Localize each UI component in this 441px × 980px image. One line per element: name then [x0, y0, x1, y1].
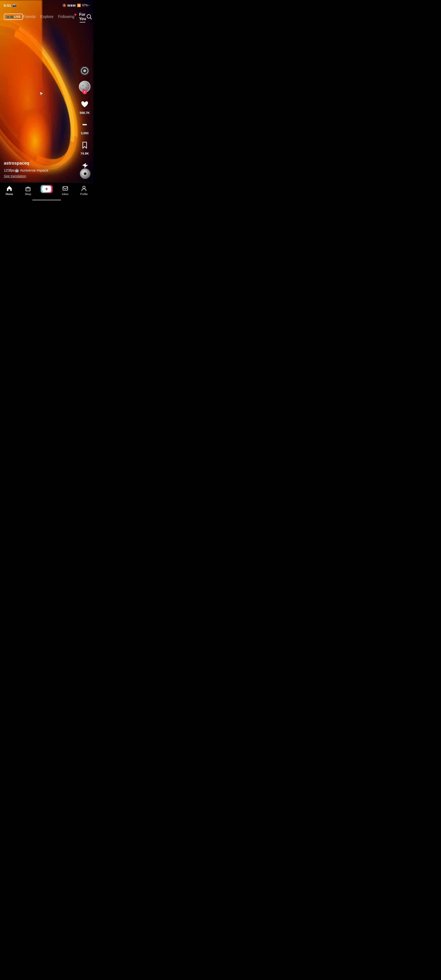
username[interactable]: astrospaceq [4, 161, 74, 166]
create-button[interactable]: + [41, 185, 52, 193]
inbox-label: Inbox [62, 192, 69, 196]
bottom-nav: Home Shop + Inbox [0, 182, 93, 202]
nav-profile[interactable]: Profile [77, 185, 91, 196]
right-actions: + 508.7K 3,593 74.9K [79, 65, 90, 176]
music-disc[interactable] [80, 169, 90, 179]
disc-center [84, 172, 87, 175]
plus-icon: + [45, 186, 48, 192]
bookmark-count: 74.9K [81, 152, 89, 155]
comment-icon [79, 119, 90, 130]
svg-rect-10 [26, 188, 30, 191]
svg-rect-12 [63, 187, 68, 190]
bookmark-action: 74.9K [79, 139, 90, 155]
wifi-icon: 📶 [77, 3, 81, 7]
see-translation-button[interactable]: See translation [4, 174, 74, 178]
bookmark-icon [79, 140, 90, 150]
home-icon [6, 185, 13, 192]
inbox-icon [62, 185, 69, 192]
captions-icon [79, 65, 90, 76]
home-label: Home [6, 192, 13, 196]
nav-create[interactable]: + [40, 185, 54, 193]
user-avatar-action: + [79, 81, 90, 94]
shop-label: Shop [25, 192, 31, 196]
like-action: 508.7K [79, 99, 90, 115]
status-icons: 🔕 ▮▮▮▮▮ 📶 87% ● [62, 3, 89, 7]
shop-icon [25, 185, 31, 192]
camera-indicator: 📷 [13, 3, 16, 7]
comment-count: 3,593 [81, 131, 89, 135]
svg-point-8 [86, 124, 87, 126]
battery-green-dot: ● [88, 4, 89, 6]
tab-foryou[interactable]: For You [79, 13, 86, 21]
nav-inbox[interactable]: Inbox [58, 185, 73, 196]
user-info: astrospaceq 123fps🤖 #universe #space See… [4, 161, 74, 178]
comment-action: 3,593 [79, 119, 90, 135]
nav-tabs: Friends Explore Following For You [23, 13, 86, 21]
live-button[interactable]: 📺 LIVE [4, 14, 23, 20]
video-caption: 123fps🤖 #universe #space [4, 168, 74, 173]
avatar-container: + [79, 81, 90, 94]
like-button[interactable] [79, 99, 90, 110]
plus-btn-inner: + [42, 186, 51, 192]
live-icon: 📺 [10, 15, 13, 18]
svg-point-13 [83, 186, 85, 189]
tab-following[interactable]: Following [58, 14, 75, 19]
top-nav: 📺 LIVE Friends Explore Following For You [0, 11, 93, 23]
nav-shop[interactable]: Shop [21, 185, 35, 196]
status-bar: 6:51 📷 🔕 ▮▮▮▮▮ 📶 87% ● [0, 0, 93, 11]
svg-point-7 [84, 124, 86, 126]
search-button[interactable] [86, 14, 92, 20]
captions-button[interactable] [79, 65, 90, 76]
signal-icon: ▮▮▮▮▮ [67, 4, 76, 7]
bookmark-button[interactable] [79, 139, 90, 151]
mute-icon: 🔕 [62, 3, 66, 7]
svg-point-9 [82, 124, 84, 126]
crater-2 [86, 87, 87, 88]
comment-button[interactable] [79, 119, 90, 130]
following-notification-dot [75, 14, 76, 16]
profile-label: Profile [80, 192, 87, 196]
like-count: 508.7K [79, 111, 90, 115]
home-indicator [32, 200, 61, 200]
svg-point-5 [84, 70, 85, 71]
live-label: LIVE [14, 15, 21, 18]
crater-1 [82, 84, 84, 86]
profile-icon [81, 185, 87, 192]
tab-friends[interactable]: Friends [23, 14, 36, 19]
captions-action [79, 65, 90, 76]
tab-explore[interactable]: Explore [40, 14, 53, 19]
battery-icon: 87% ● [82, 3, 89, 7]
svg-line-1 [90, 18, 92, 19]
nav-home[interactable]: Home [2, 185, 16, 196]
search-icon [86, 14, 92, 20]
follow-plus-button[interactable]: + [82, 89, 87, 94]
like-icon [79, 99, 90, 110]
status-time: 6:51 [4, 3, 11, 7]
battery-level: 87% [82, 3, 88, 7]
